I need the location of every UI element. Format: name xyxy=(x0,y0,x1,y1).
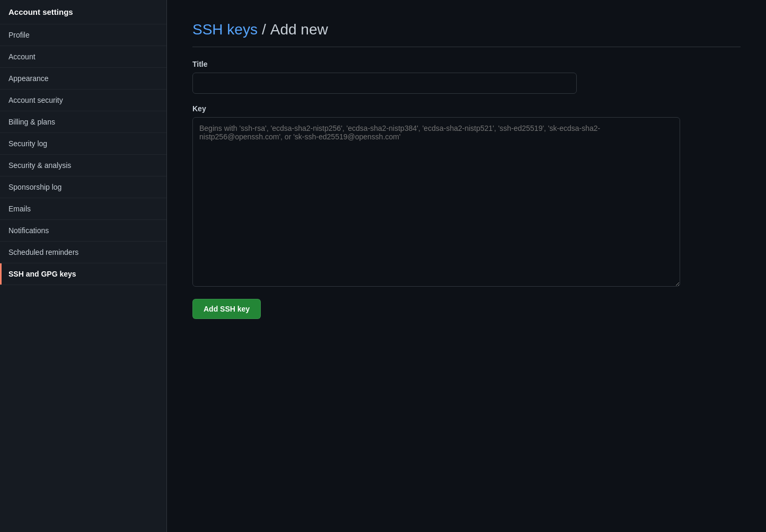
sidebar-item-billing[interactable]: Billing & plans xyxy=(0,111,166,133)
key-textarea[interactable] xyxy=(192,117,680,287)
sidebar-item-profile[interactable]: Profile xyxy=(0,24,166,46)
title-section: Title xyxy=(192,60,741,94)
sidebar-heading[interactable]: Account settings xyxy=(0,0,166,24)
page-title: SSH keys / Add new xyxy=(192,21,741,47)
sidebar-item-label-profile: Profile xyxy=(8,31,30,39)
sidebar-item-sponsorship-log[interactable]: Sponsorship log xyxy=(0,176,166,198)
sidebar-item-label-account-security: Account security xyxy=(8,96,63,104)
sidebar-item-ssh-gpg-keys[interactable]: SSH and GPG keys xyxy=(0,263,166,285)
key-section: Key xyxy=(192,104,741,288)
key-label: Key xyxy=(192,104,741,113)
sidebar-item-scheduled-reminders[interactable]: Scheduled reminders xyxy=(0,242,166,263)
sidebar-item-notifications[interactable]: Notifications xyxy=(0,220,166,242)
add-ssh-key-button[interactable]: Add SSH key xyxy=(192,299,261,319)
page-title-rest: Add new xyxy=(270,21,328,38)
sidebar-item-label-ssh-gpg-keys: SSH and GPG keys xyxy=(8,270,76,278)
main-content: SSH keys / Add new Title Key Add SSH key xyxy=(167,0,766,532)
sidebar-item-label-appearance: Appearance xyxy=(8,74,49,83)
page-title-link[interactable]: SSH keys xyxy=(192,21,258,38)
sidebar-item-account[interactable]: Account xyxy=(0,46,166,68)
title-label: Title xyxy=(192,60,741,68)
sidebar-item-label-sponsorship-log: Sponsorship log xyxy=(8,183,61,191)
sidebar-item-label-security-analysis: Security & analysis xyxy=(8,161,71,170)
sidebar: Account settings ProfileAccountAppearanc… xyxy=(0,0,167,532)
sidebar-item-label-account: Account xyxy=(8,52,36,61)
sidebar-item-label-notifications: Notifications xyxy=(8,226,49,235)
sidebar-item-label-scheduled-reminders: Scheduled reminders xyxy=(8,248,78,256)
title-input[interactable] xyxy=(192,73,577,94)
sidebar-item-appearance[interactable]: Appearance xyxy=(0,68,166,90)
sidebar-item-emails[interactable]: Emails xyxy=(0,198,166,220)
sidebar-item-label-emails: Emails xyxy=(8,205,31,213)
sidebar-item-label-billing: Billing & plans xyxy=(8,118,55,126)
page-title-separator: / xyxy=(262,21,266,38)
sidebar-item-security-analysis[interactable]: Security & analysis xyxy=(0,155,166,176)
sidebar-item-label-security-log: Security log xyxy=(8,139,47,148)
sidebar-item-security-log[interactable]: Security log xyxy=(0,133,166,155)
sidebar-heading-label: Account settings xyxy=(8,7,73,16)
sidebar-item-account-security[interactable]: Account security xyxy=(0,90,166,111)
